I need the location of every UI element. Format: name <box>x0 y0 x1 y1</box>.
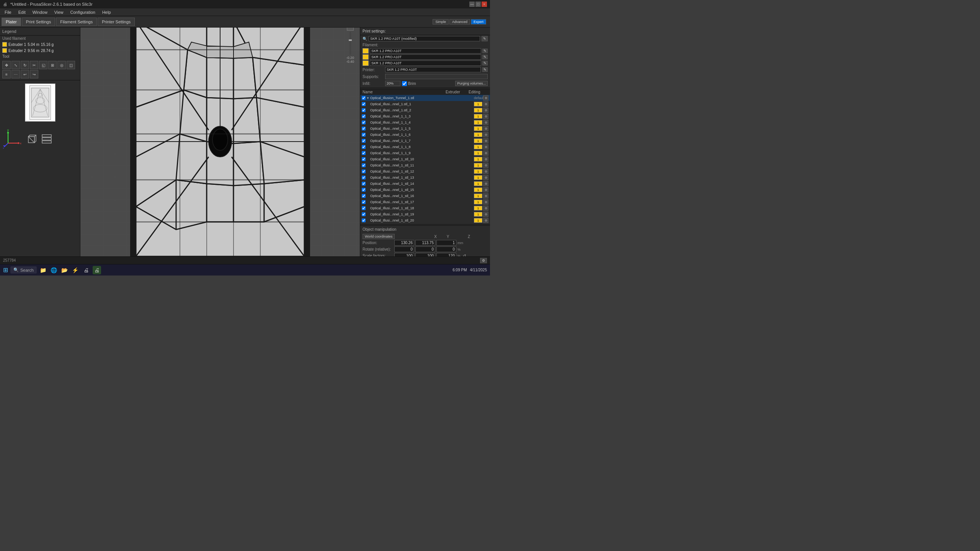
root-checkbox[interactable] <box>362 96 366 100</box>
item-checkbox[interactable] <box>362 163 366 167</box>
expert-mode-button[interactable]: Expert <box>471 19 486 24</box>
object-list-item[interactable]: Optical_Illusi...nnel_1_1_9 1 ⚙ <box>360 150 490 156</box>
root-settings-btn[interactable]: ⚙ <box>483 95 488 101</box>
filament-1-edit[interactable]: ✎ <box>482 49 488 53</box>
item-checkbox[interactable] <box>362 151 366 155</box>
item-settings-btn[interactable]: ⚙ <box>483 187 488 192</box>
taskbar-icon-2[interactable]: 🌐 <box>50 266 58 274</box>
object-list-item[interactable]: Optical_Illusi...nnel_1.stl_1 1 ⚙ <box>360 101 490 107</box>
object-list-item[interactable]: Optical_Illusi...nnel_1_1_7 1 ⚙ <box>360 138 490 144</box>
close-button[interactable]: × <box>482 2 487 7</box>
item-checkbox[interactable] <box>362 127 366 130</box>
rotate-y-input[interactable] <box>415 246 435 252</box>
object-list-item[interactable]: Optical_Illusi...nnel_1_stl_19 1 ⚙ <box>360 211 490 217</box>
seam-tool[interactable]: ◎ <box>57 61 66 69</box>
scale-y-input[interactable] <box>415 253 435 256</box>
item-checkbox[interactable] <box>362 176 366 179</box>
item-settings-btn[interactable]: ⚙ <box>483 193 488 199</box>
supports-input[interactable]: For support enforcers only <box>385 74 488 79</box>
object-list-item[interactable]: Optical_Illusi...nnel_1_stl_12 1 ⚙ <box>360 168 490 174</box>
item-checkbox[interactable] <box>362 170 366 173</box>
filament-1-input[interactable] <box>370 48 481 54</box>
item-settings-btn[interactable]: ⚙ <box>483 101 488 107</box>
item-settings-btn[interactable]: ⚙ <box>483 169 488 174</box>
minimize-button[interactable]: — <box>469 2 475 7</box>
world-coords-button[interactable]: World coordinates <box>363 234 395 239</box>
layers-icon[interactable] <box>41 133 52 144</box>
zoom-out-button[interactable]: − <box>347 28 354 31</box>
item-checkbox[interactable] <box>362 182 366 186</box>
taskbar-icon-4[interactable]: ⚡ <box>71 266 80 274</box>
scale-z-input[interactable] <box>436 253 456 256</box>
taskbar-search-area[interactable]: 🔍 Search <box>10 266 37 274</box>
scale-tool[interactable]: ⤡ <box>11 61 20 69</box>
support-tool[interactable]: ⊞ <box>48 61 57 69</box>
object-list-item[interactable]: Optical_Illusi...nnel_1_1_3 1 ⚙ <box>360 113 490 119</box>
item-checkbox[interactable] <box>362 206 366 210</box>
filament-3-input[interactable] <box>370 60 481 66</box>
tab-filament-settings[interactable]: Filament Settings <box>56 18 97 26</box>
filament-2-edit[interactable]: ✎ <box>482 55 488 59</box>
simple-mode-button[interactable]: Simple <box>433 19 449 24</box>
item-checkbox[interactable] <box>362 133 366 137</box>
item-settings-btn[interactable]: ⚙ <box>483 114 488 119</box>
item-settings-btn[interactable]: ⚙ <box>483 212 488 217</box>
menu-help[interactable]: Help <box>99 9 114 15</box>
rotate-x-input[interactable] <box>394 246 414 252</box>
item-checkbox[interactable] <box>362 188 366 192</box>
printer-input[interactable] <box>385 67 481 72</box>
zoom-slider-thumb[interactable] <box>349 39 352 41</box>
prusaslicer-taskbar-icon[interactable]: 🖨 <box>93 266 101 274</box>
scale-x-input[interactable] <box>394 253 414 256</box>
menu-window[interactable]: Window <box>29 9 51 15</box>
object-list-item[interactable]: Optical_Illusi...nnel_1_stl_18 1 ⚙ <box>360 205 490 211</box>
item-settings-btn[interactable]: ⚙ <box>483 181 488 186</box>
item-checkbox[interactable] <box>362 139 366 143</box>
menu-file[interactable]: File <box>2 9 15 15</box>
view-options-button[interactable]: ⚙ <box>480 258 487 263</box>
tab-plater[interactable]: Plater <box>2 18 21 26</box>
object-list-item[interactable]: Optical_Illusi...nnel_1_stl_10 1 ⚙ <box>360 156 490 162</box>
printer-edit[interactable]: ✎ <box>482 67 488 72</box>
taskbar-icon-1[interactable]: 📁 <box>39 266 47 274</box>
cut-tool[interactable]: ✂ <box>30 61 38 69</box>
brim-checkbox[interactable] <box>402 81 407 86</box>
object-list-item[interactable]: Optical_Illusi...nnel_1_stl_11 1 ⚙ <box>360 162 490 168</box>
item-checkbox[interactable] <box>362 200 366 204</box>
fdm-tool[interactable]: ◫ <box>67 61 75 69</box>
item-checkbox[interactable] <box>362 218 366 222</box>
layer-tool[interactable]: ≡ <box>2 70 11 78</box>
object-list-item[interactable]: Optical_Illusi...nnel_1_stl_15 1 ⚙ <box>360 187 490 193</box>
maximize-button[interactable]: □ <box>475 2 481 7</box>
item-checkbox[interactable] <box>362 102 366 106</box>
object-list-item[interactable]: Optical_Illusi...nnel_1_stl_20 1 ⚙ <box>360 217 490 223</box>
rotate-tool[interactable]: ↻ <box>21 61 29 69</box>
object-list-item[interactable]: Optical_Illusi...nnel_1_stl_14 1 ⚙ <box>360 181 490 187</box>
object-list-item[interactable]: Optical_Illusi...nnel_1.stl_2 1 ⚙ <box>360 107 490 113</box>
menu-configuration[interactable]: Configuration <box>67 9 98 15</box>
item-settings-btn[interactable]: ⚙ <box>483 156 488 162</box>
object-list-item[interactable]: Optical_Illusi...nnel_1_stl_13 1 ⚙ <box>360 174 490 181</box>
filament-2-input[interactable] <box>370 54 481 60</box>
item-settings-btn[interactable]: ⚙ <box>483 218 488 223</box>
position-x-input[interactable] <box>394 240 414 246</box>
cube-icon[interactable] <box>26 133 38 144</box>
taskbar-icon-3[interactable]: 📂 <box>60 266 69 274</box>
move-tool[interactable]: ✥ <box>2 61 11 69</box>
item-settings-btn[interactable]: ⚙ <box>483 126 488 131</box>
place-tool[interactable]: ◱ <box>39 61 47 69</box>
print-settings-edit[interactable]: ✎ <box>482 36 488 41</box>
menu-edit[interactable]: Edit <box>15 9 29 15</box>
item-settings-btn[interactable]: ⚙ <box>483 108 488 113</box>
object-list-root[interactable]: ▼ Optical_Illusion_Tunnel_1.stl default … <box>360 95 490 101</box>
item-checkbox[interactable] <box>362 145 366 149</box>
undo-btn[interactable]: ↩ <box>21 70 29 78</box>
position-z-input[interactable] <box>436 240 456 246</box>
item-checkbox[interactable] <box>362 121 366 124</box>
item-settings-btn[interactable]: ⚙ <box>483 144 488 150</box>
tab-print-settings[interactable]: Print Settings <box>22 18 55 26</box>
item-checkbox[interactable] <box>362 157 366 161</box>
object-list-item[interactable]: Optical_Illusi...nnel_1_1_6 1 ⚙ <box>360 132 490 138</box>
item-settings-btn[interactable]: ⚙ <box>483 205 488 211</box>
windows-start-button[interactable]: ⊞ <box>3 266 8 274</box>
